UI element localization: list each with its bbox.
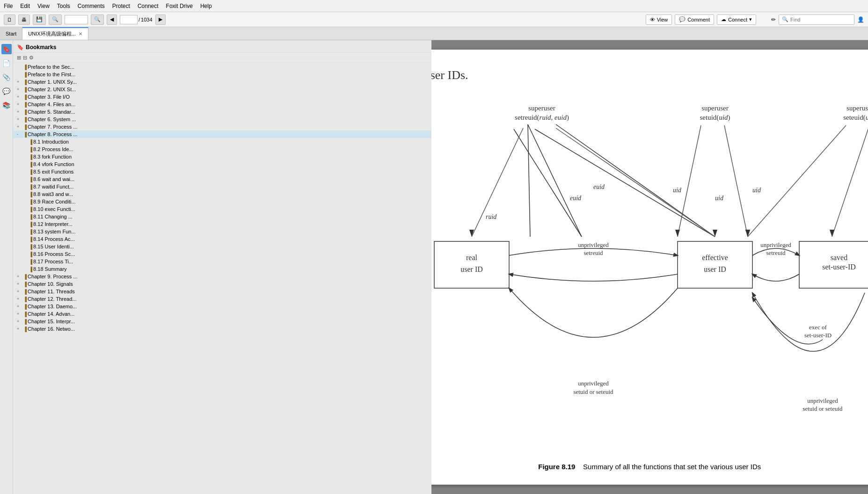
bookmark-item[interactable]: +▐Chapter 11. Threads xyxy=(13,288,431,295)
bookmark-item[interactable]: +▐Chapter 14. Advan... xyxy=(13,310,431,318)
svg-text:unprivileged: unprivileged xyxy=(807,397,838,404)
expand-icon: + xyxy=(17,289,22,294)
bookmark-item[interactable]: ▐8.11 Changing ... xyxy=(13,213,431,220)
layers-icon[interactable]: 📚 xyxy=(1,100,12,110)
bookmark-item[interactable]: ▐8.8 wait3 and w... xyxy=(13,190,431,198)
menu-foxit-drive[interactable]: Foxit Drive xyxy=(166,3,193,9)
tab-document[interactable]: UNIX环境高级编程... ✕ xyxy=(22,27,88,40)
menu-help[interactable]: Help xyxy=(200,3,212,9)
bookmarks-icon[interactable]: 🔖 xyxy=(1,44,12,54)
tabs-bar: Start UNIX环境高级编程... ✕ xyxy=(0,27,868,40)
zoom-input[interactable]: 600% xyxy=(65,15,88,24)
bookmark-item[interactable]: ▐8.12 Interpreter... xyxy=(13,220,431,228)
pages-icon[interactable]: 📄 xyxy=(1,58,12,68)
user-icon: 👤 xyxy=(857,16,864,23)
bookmark-item[interactable]: +▐Chapter 10. Signals xyxy=(13,280,431,288)
bookmark-item[interactable]: ▐8.13 system Fun... xyxy=(13,228,431,235)
bookmark-item[interactable]: ▐8.5 exit Functions xyxy=(13,168,431,175)
bookmark-label: 8.4 vfork Function xyxy=(33,161,74,167)
menu-connect[interactable]: Connect xyxy=(138,3,159,9)
bookmark-item[interactable]: ▐8.6 wait and wai... xyxy=(13,175,431,183)
bookmark-item[interactable]: ▐8.1 Introduction xyxy=(13,138,431,145)
bookmark-item[interactable]: +▐Chapter 15. Interpr... xyxy=(13,318,431,325)
view-button[interactable]: 👁 View xyxy=(646,15,672,25)
attachments-icon[interactable]: 📎 xyxy=(1,72,12,82)
bookmark-page-icon: ▐ xyxy=(29,214,32,219)
bookmark-page-icon: ▐ xyxy=(29,169,32,174)
bookmark-page-icon: ▐ xyxy=(29,207,32,212)
zoom-out-button[interactable]: 🔍 xyxy=(49,15,62,25)
bookmark-item[interactable]: ▐8.7 waitid Funct... xyxy=(13,183,431,190)
bookmarks-header: 🔖 Bookmarks xyxy=(13,42,431,53)
menu-view[interactable]: View xyxy=(37,3,50,9)
bookmark-item[interactable]: ▐Preface to the Sec... xyxy=(13,63,431,71)
menu-protect[interactable]: Protect xyxy=(112,3,130,9)
sidebar-panel: 🔖 Bookmarks ⊞ ⊟ ⚙ ▐Preface to the Sec...… xyxy=(13,40,431,494)
new-button[interactable]: 🗋 xyxy=(4,15,15,25)
tab-start[interactable]: Start xyxy=(0,27,22,40)
bookmark-item[interactable]: ▐8.10 exec Functi... xyxy=(13,205,431,213)
bookmark-item[interactable]: +▐Chapter 4. Files an... xyxy=(13,101,431,108)
bookmark-item[interactable]: ▐8.4 vfork Function xyxy=(13,160,431,168)
page-input[interactable]: 292 xyxy=(120,15,138,24)
next-page-button[interactable]: ▶ xyxy=(155,15,166,25)
bookmark-item[interactable]: -▐Chapter 8. Process ... xyxy=(13,131,431,138)
tab-close-button[interactable]: ✕ xyxy=(79,31,82,36)
bookmark-item[interactable]: +▐Chapter 13. Daemo... xyxy=(13,303,431,310)
bookmark-item[interactable]: +▐Chapter 3. File I/O xyxy=(13,93,431,101)
menu-comments[interactable]: Comments xyxy=(78,3,105,9)
bookmark-item[interactable]: +▐Chapter 1. UNIX Sy... xyxy=(13,78,431,86)
print-button[interactable]: 🖶 xyxy=(18,15,30,25)
bookmark-item[interactable]: ▐8.16 Process Sc... xyxy=(13,250,431,258)
bookmark-label: Chapter 13. Daemo... xyxy=(28,304,77,309)
bookmark-label: Chapter 11. Threads xyxy=(28,289,75,294)
bookmark-item[interactable]: +▐Chapter 9. Process ... xyxy=(13,273,431,280)
bookmark-item[interactable]: ▐8.14 Process Ac... xyxy=(13,235,431,243)
edit-icon: ✏ xyxy=(771,16,776,23)
menu-tools[interactable]: Tools xyxy=(57,3,70,9)
svg-text:real: real xyxy=(466,254,478,262)
bookmark-item[interactable]: ▐8.2 Process Ide... xyxy=(13,145,431,153)
bookmark-label: Chapter 4. Files an... xyxy=(28,102,75,107)
svg-line-25 xyxy=(832,125,868,237)
bookmark-item[interactable]: ▐8.3 fork Function xyxy=(13,153,431,160)
connect-button[interactable]: ☁ Connect ▾ xyxy=(717,15,756,25)
bookmark-page-icon: ▐ xyxy=(23,117,27,122)
bookmark-page-icon: ▐ xyxy=(29,162,32,167)
bookmark-label: Chapter 14. Advan... xyxy=(28,311,74,317)
prev-page-button[interactable]: ◀ xyxy=(107,15,117,25)
bookmark-page-icon: ▐ xyxy=(23,289,27,294)
bookmark-item[interactable]: ▐8.17 Process Ti... xyxy=(13,258,431,265)
bookmark-item[interactable]: ▐8.18 Summary xyxy=(13,265,431,273)
bookmark-item[interactable]: +▐Chapter 16. Netwo... xyxy=(13,325,431,333)
comments-panel-icon[interactable]: 💬 xyxy=(1,86,12,96)
svg-text:saved: saved xyxy=(831,254,847,262)
find-input[interactable] xyxy=(790,17,851,22)
svg-line-19 xyxy=(724,125,748,237)
expand-all-button[interactable]: ⊞ xyxy=(17,55,21,61)
pdf-viewer[interactable]: three user IDs. superuser setreuid(ruid,… xyxy=(431,40,868,494)
bookmark-label: 8.18 Summary xyxy=(33,266,67,272)
bookmark-item[interactable]: +▐Chapter 7. Process ... xyxy=(13,123,431,131)
menu-edit[interactable]: Edit xyxy=(20,3,30,9)
bookmark-item[interactable]: +▐Chapter 6. System ... xyxy=(13,116,431,123)
bookmark-page-icon: ▐ xyxy=(29,177,32,182)
bookmark-item[interactable]: ▐8.9 Race Conditi... xyxy=(13,198,431,205)
svg-text:set-user-ID: set-user-ID xyxy=(804,332,832,339)
bookmark-label: Chapter 15. Interpr... xyxy=(28,319,75,324)
save-button[interactable]: 💾 xyxy=(33,15,46,25)
figure-caption-text: Summary of all the functions that set th… xyxy=(583,463,761,471)
collapse-all-button[interactable]: ⊟ xyxy=(23,55,27,61)
bookmark-settings-button[interactable]: ⚙ xyxy=(29,55,34,61)
bookmark-item[interactable]: +▐Chapter 2. UNIX St... xyxy=(13,86,431,93)
bookmark-page-icon: ▐ xyxy=(23,297,27,302)
svg-marker-29 xyxy=(830,230,834,237)
bookmark-item[interactable]: +▐Chapter 12. Thread... xyxy=(13,295,431,303)
comment-button[interactable]: 💬 Comment xyxy=(675,15,714,25)
bookmark-item[interactable]: ▐Preface to the First... xyxy=(13,71,431,78)
bookmark-item[interactable]: ▐8.15 User Identi... xyxy=(13,243,431,250)
menu-file[interactable]: File xyxy=(4,3,13,9)
bookmark-item[interactable]: +▐Chapter 5. Standar... xyxy=(13,108,431,116)
zoom-in-button[interactable]: 🔍 xyxy=(91,15,104,25)
bookmark-page-icon: ▐ xyxy=(29,192,32,197)
